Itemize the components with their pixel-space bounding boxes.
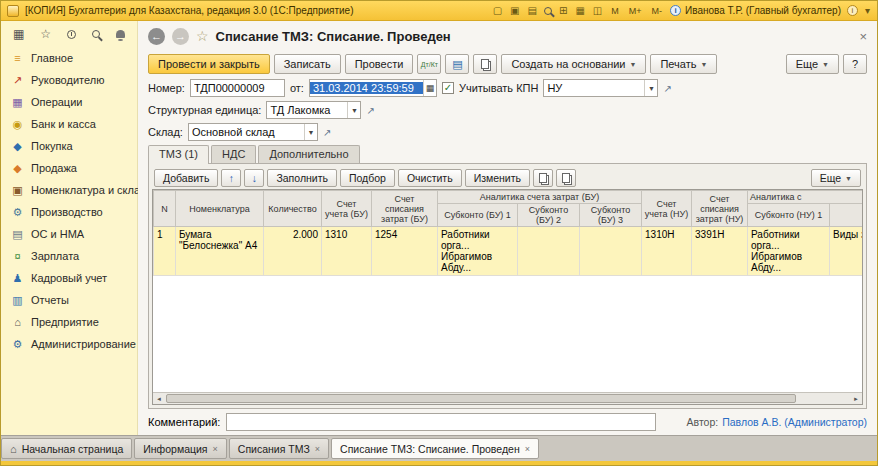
fill-button[interactable]: Заполнить	[267, 169, 337, 187]
sidebar-search-icon[interactable]	[92, 30, 100, 38]
kpn-checkbox-label[interactable]: Учитывать КПН	[459, 82, 539, 94]
memory-m-minus-button[interactable]: M-	[650, 6, 665, 16]
chevron-down-icon[interactable]: ▼	[304, 124, 317, 140]
open-icon[interactable]: ↗	[366, 105, 374, 116]
scroll-left-icon[interactable]: ◄	[153, 393, 165, 405]
memory-m-button[interactable]: M	[609, 6, 621, 16]
help-button[interactable]: ?	[843, 54, 867, 74]
sections-menu-icon[interactable]: ▦	[13, 28, 24, 40]
sidebar-item-pokupka[interactable]: ◆Покупка	[1, 135, 137, 157]
info-icon[interactable]: i	[847, 5, 858, 16]
author-link[interactable]: Павлов А.В. (Администратор)	[722, 416, 867, 428]
grid-more-button[interactable]: Еще▼	[811, 169, 861, 187]
date-input[interactable]: 31.03.2014 23:59:59 ▦	[309, 79, 437, 97]
taskbar-tab-spisanie-tmz-active[interactable]: Списание ТМЗ: Списание. Проведен ×	[331, 438, 539, 459]
calendar-icon[interactable]: ▦	[423, 80, 436, 96]
sidebar-item-proizvodstvo[interactable]: ⚙Производство	[1, 201, 137, 223]
open-document-icon[interactable]: ▣	[509, 6, 520, 16]
cell-nomenclature[interactable]: Бумага "Белоснежка" А4	[176, 227, 264, 276]
scrollbar-track[interactable]	[165, 393, 850, 405]
cell-quantity[interactable]: 2.000	[264, 227, 322, 276]
current-user[interactable]: i Иванова Т.Р. (Главный бухгалтер)	[670, 5, 841, 16]
post-button[interactable]: Провести	[345, 54, 414, 74]
close-tab-icon[interactable]: ×	[315, 444, 320, 454]
print-button[interactable]: Печать▼	[650, 54, 717, 74]
taskbar-tab-informatsiya[interactable]: Информация ×	[134, 438, 227, 459]
add-row-button[interactable]: Добавить	[154, 169, 218, 187]
sidebar-item-bank-i-kassa[interactable]: ◉Банк и касса	[1, 113, 137, 135]
show-panel-icon[interactable]: ◫	[592, 6, 603, 16]
scrollbar-thumb[interactable]	[166, 394, 796, 403]
sidebar-item-os-i-nma[interactable]: ▤ОС и НМА	[1, 223, 137, 245]
chevron-down-icon[interactable]: ▼	[347, 102, 360, 118]
service-menu-icon[interactable]: ▾	[864, 6, 871, 16]
horizontal-scrollbar[interactable]: ◄ ►	[153, 392, 862, 404]
cell-extra[interactable]: Виды з	[830, 227, 862, 276]
kpn-checkbox[interactable]: ✓	[442, 82, 454, 94]
post-and-close-button[interactable]: Провести и закрыть	[148, 54, 270, 74]
file-icon[interactable]: ▤	[527, 6, 538, 16]
open-icon[interactable]: ↗	[323, 127, 331, 138]
cell-sub-bu3[interactable]	[580, 227, 642, 276]
cell-account-nu[interactable]: 1310Н	[642, 227, 692, 276]
sidebar-item-kadrovyy-uchet[interactable]: ♟Кадровый учет	[1, 267, 137, 289]
cell-sub-bu2[interactable]	[518, 227, 580, 276]
sidebar-item-operatsii[interactable]: ▦Операции	[1, 91, 137, 113]
close-tab-icon[interactable]: ×	[525, 444, 530, 454]
sidebar-item-administrirovanie[interactable]: ⚙Администрирование	[1, 333, 137, 355]
sidebar-item-otchety[interactable]: ▥Отчеты	[1, 289, 137, 311]
open-icon[interactable]: ↗	[663, 83, 671, 94]
calculator-icon[interactable]: ⊞	[558, 6, 568, 16]
forward-button[interactable]: →	[172, 28, 189, 45]
cell-writeoff-nu[interactable]: 3391Н	[692, 227, 748, 276]
sidebar-item-prodazha[interactable]: ◆Продажа	[1, 157, 137, 179]
cell-sub-bu1[interactable]: Работники орга... Ибрагимов Абду...	[438, 227, 518, 276]
close-form-icon[interactable]: ×	[859, 29, 867, 44]
cell-n[interactable]: 1	[154, 227, 176, 276]
calendar-icon[interactable]: ▦	[574, 6, 585, 16]
cell-writeoff-bu[interactable]: 1254	[372, 227, 438, 276]
back-button[interactable]: ←	[148, 28, 165, 45]
pick-button[interactable]: Подбор	[340, 169, 395, 187]
sidebar-item-glavnoe[interactable]: ≡Главное	[1, 47, 137, 69]
new-document-icon[interactable]: ▢	[492, 6, 503, 16]
related-documents-button[interactable]	[473, 54, 497, 74]
tab-tmz[interactable]: ТМЗ (1)	[148, 145, 209, 164]
document-list-button[interactable]: ▤	[445, 54, 469, 74]
kpn-combo[interactable]: НУ ▼	[543, 79, 658, 97]
copy-button[interactable]	[533, 169, 553, 187]
sidebar-item-zarplata[interactable]: ¤Зарплата	[1, 245, 137, 267]
sidebar-item-rukovoditelyu[interactable]: ↗Руководителю	[1, 69, 137, 91]
cell-account-bu[interactable]: 1310	[322, 227, 372, 276]
favorite-star-icon[interactable]: ☆	[196, 28, 209, 44]
duplicate-button[interactable]	[556, 169, 576, 187]
close-tab-icon[interactable]: ×	[213, 444, 218, 454]
comment-input[interactable]	[226, 413, 656, 431]
write-button[interactable]: Записать	[274, 54, 341, 74]
tab-nds[interactable]: НДС	[211, 145, 256, 163]
more-button[interactable]: Еще▼	[786, 54, 839, 74]
memory-m-plus-button[interactable]: M+	[627, 6, 644, 16]
create-based-on-button[interactable]: Создать на основании▼	[501, 54, 646, 74]
sidebar-item-predpriyatie[interactable]: ⌂Предприятие	[1, 311, 137, 333]
number-input[interactable]	[190, 79, 285, 97]
move-down-button[interactable]: ↓	[244, 169, 264, 187]
warehouse-input[interactable]: Основной склад ▼	[188, 123, 318, 141]
taskbar-tab-spisaniya-tmz[interactable]: Списания ТМЗ ×	[229, 438, 329, 459]
move-up-button[interactable]: ↑	[221, 169, 241, 187]
dtkt-postings-button[interactable]: Дт/Кт	[417, 54, 441, 74]
tab-dopolnitelno[interactable]: Дополнительно	[258, 145, 359, 163]
history-icon[interactable]	[67, 30, 76, 39]
search-icon[interactable]	[544, 7, 552, 15]
sidebar-item-nomenklatura-i-sklad[interactable]: ▣Номенклатура и склад	[1, 179, 137, 201]
comment-label: Комментарий:	[148, 416, 220, 428]
favorites-star-icon[interactable]: ☆	[40, 28, 51, 40]
chevron-down-icon[interactable]: ▼	[644, 80, 657, 96]
clear-button[interactable]: Очистить	[398, 169, 462, 187]
notifications-bell-icon[interactable]	[116, 30, 125, 38]
cell-sub-nu1[interactable]: Работники орга... Ибрагимов Абду...	[748, 227, 830, 276]
unit-input[interactable]: ТД Лакомка ▼	[266, 101, 361, 119]
taskbar-tab-home[interactable]: ⌂ Начальная страница	[1, 438, 132, 459]
edit-button[interactable]: Изменить	[465, 169, 530, 187]
scroll-right-icon[interactable]: ►	[850, 393, 862, 405]
